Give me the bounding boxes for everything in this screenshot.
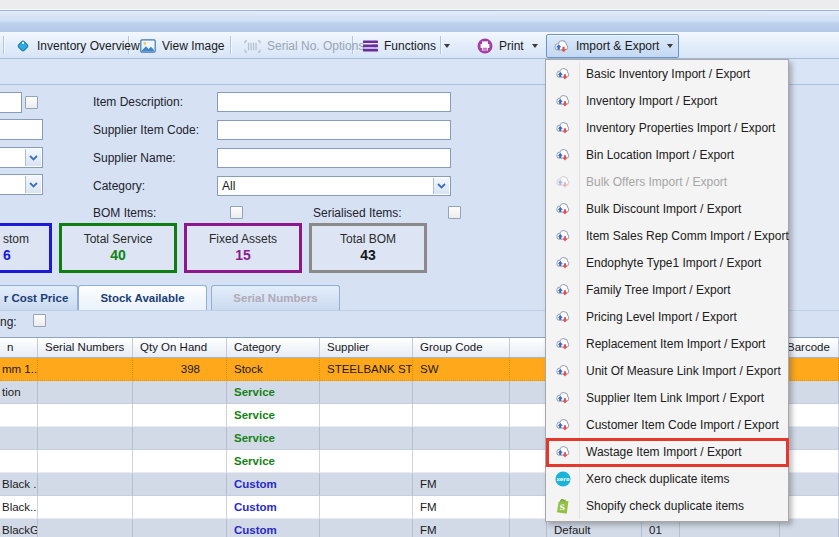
category-select-value: All (222, 179, 235, 193)
clipped-input[interactable] (0, 119, 43, 140)
inventory-overview-button[interactable]: Inventory Overview (9, 34, 146, 58)
grid-cell (320, 496, 413, 519)
menu-item-bulk-offers-import-export: Bulk Offers Import / Export (546, 168, 788, 195)
clipped-checkbox[interactable] (25, 96, 38, 109)
clipped-input[interactable] (0, 92, 22, 113)
grid-cell (133, 496, 227, 519)
grid-cell (38, 381, 133, 404)
serialised-items-label: Serialised Items: (313, 203, 423, 223)
grid-cell (510, 496, 547, 519)
serialised-items-checkbox[interactable] (448, 206, 461, 219)
column-header-empty[interactable] (510, 338, 547, 357)
column-header-category[interactable]: Category (227, 338, 320, 357)
column-header-qty-on-hand[interactable]: Qty On Hand (133, 338, 227, 357)
grid-cell (320, 450, 413, 473)
menu-item-wastage-item-import-export[interactable]: Wastage Item Import / Export (546, 438, 788, 465)
menu-item-shopify-check-duplicate-items[interactable]: SShopify check duplicate items (546, 492, 788, 519)
view-image-button[interactable]: View Image (134, 34, 230, 58)
grid-cell (413, 381, 510, 404)
print-label: Print (499, 39, 524, 53)
grid-cell: mm 1... (0, 358, 38, 381)
menu-item-basic-inventory-import-export[interactable]: Basic Inventory Import / Export (546, 60, 788, 87)
grid-cell (510, 519, 547, 537)
functions-label: Functions (384, 39, 436, 53)
tab-serial-numbers: Serial Numbers (211, 285, 340, 311)
menu-item-item-sales-rep-comm-import-export[interactable]: Item Sales Rep Comm Import / Export (546, 222, 788, 249)
clipped-select[interactable] (0, 147, 43, 168)
menu-bars-icon (363, 40, 378, 52)
menu-item-label: Bulk Discount Import / Export (586, 202, 741, 216)
menu-item-inventory-properties-import-export[interactable]: Inventory Properties Import / Export (546, 114, 788, 141)
grid-cell (510, 358, 547, 381)
tab-stock-available-label: Stock Available (100, 292, 184, 304)
tab-cost-price[interactable]: r Cost Price (0, 285, 78, 311)
import-export-button[interactable]: Import & Export (546, 34, 679, 58)
grid-cell (133, 381, 227, 404)
grid-cell (510, 381, 547, 404)
cloud-sync-icon (554, 309, 571, 324)
cloud-sync-icon (554, 228, 571, 243)
clipped-select[interactable] (0, 174, 43, 195)
menu-item-label: Item Sales Rep Comm Import / Export (586, 229, 789, 243)
grid-cell (38, 404, 133, 427)
menu-item-inventory-import-export[interactable]: Inventory Import / Export (546, 87, 788, 114)
menu-item-family-tree-import-export[interactable]: Family Tree Import / Export (546, 276, 788, 303)
menu-item-supplier-item-link-import-export[interactable]: Supplier Item Link Import / Export (546, 384, 788, 411)
grid-cell (133, 473, 227, 496)
menu-item-pricing-level-import-export[interactable]: Pricing Level Import / Export (546, 303, 788, 330)
functions-button[interactable]: Functions (357, 34, 456, 58)
menu-item-label: Inventory Import / Export (586, 94, 717, 108)
menu-item-label: Shopify check duplicate items (586, 499, 744, 513)
print-button[interactable]: Print (471, 34, 544, 58)
cloud-sync-icon (554, 336, 571, 351)
supplier-name-label: Supplier Name: (93, 148, 213, 168)
grid-cell: STEELBANK ST... (320, 358, 413, 381)
chevron-down-icon[interactable] (25, 149, 41, 166)
menu-item-unit-of-measure-link-import-export[interactable]: Unit Of Measure Link Import / Export (546, 357, 788, 384)
toolbar-separator (230, 36, 231, 54)
menu-item-bin-location-import-export[interactable]: Bin Location Import / Export (546, 141, 788, 168)
shopify-icon: S (554, 498, 571, 514)
grid-cell: FM (413, 519, 510, 537)
print-icon (477, 38, 493, 54)
menu-item-replacement-item-import-export[interactable]: Replacement Item Import / Export (546, 330, 788, 357)
grid-cell: Service (227, 450, 320, 473)
supplier-name-field[interactable] (217, 148, 451, 168)
menu-item-label: Pricing Level Import / Export (586, 310, 737, 324)
xero-icon: xero (554, 471, 571, 487)
grid-cell (510, 473, 547, 496)
column-header-n[interactable]: n (0, 338, 38, 357)
menu-item-customer-item-code-import-export[interactable]: Customer Item Code Import / Export (546, 411, 788, 438)
tab-stock-available[interactable]: Stock Available (78, 285, 207, 311)
grid-cell (320, 427, 413, 450)
grid-cell (38, 496, 133, 519)
menu-item-endophyte-type1-import-export[interactable]: Endophyte Type1 Import / Export (546, 249, 788, 276)
tag-icon (15, 38, 31, 54)
column-header-group-code[interactable]: Group Code (413, 338, 510, 357)
svg-text:S: S (560, 503, 565, 512)
svg-text:xero: xero (556, 476, 569, 482)
chevron-down-icon[interactable] (433, 178, 449, 194)
grid-cell (0, 427, 38, 450)
cloud-sync-icon (554, 417, 571, 432)
grid-cell: Service (227, 404, 320, 427)
menu-item-label: Bin Location Import / Export (586, 148, 734, 162)
cloud-sync-icon (554, 255, 571, 270)
menu-item-label: Xero check duplicate items (586, 472, 729, 486)
cloud-sync-icon (554, 282, 571, 297)
chevron-down-icon[interactable] (25, 176, 41, 193)
cloud-sync-icon (554, 174, 571, 189)
serial-no-options-label: Serial No. Options (267, 39, 364, 53)
column-header-serial-numbers[interactable]: Serial Numbers (38, 338, 133, 357)
menu-item-xero-check-duplicate-items[interactable]: xeroXero check duplicate items (546, 465, 788, 492)
column-header-supplier[interactable]: Supplier (320, 338, 413, 357)
clipped-toggle-checkbox[interactable] (33, 314, 46, 327)
grid-cell (320, 381, 413, 404)
menu-item-bulk-discount-import-export[interactable]: Bulk Discount Import / Export (546, 195, 788, 222)
category-select[interactable]: All (217, 176, 451, 196)
grid-cell (38, 519, 133, 537)
grid-cell (320, 404, 413, 427)
supplier-item-code-field[interactable] (217, 120, 451, 140)
bom-items-checkbox[interactable] (230, 206, 243, 219)
item-description-field[interactable] (217, 92, 451, 112)
